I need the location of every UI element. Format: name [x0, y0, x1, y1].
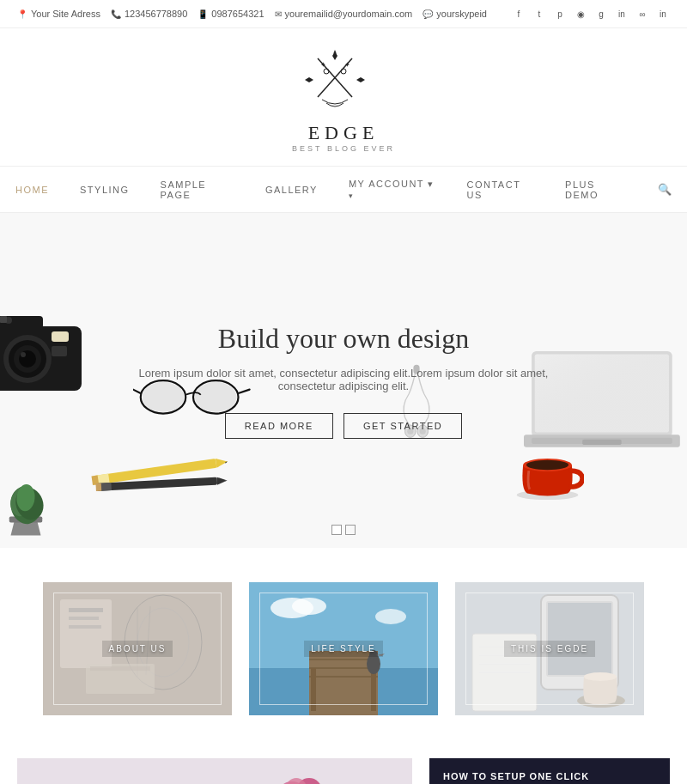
svg-text:✦: ✦ [344, 61, 350, 69]
svg-point-15 [21, 352, 26, 357]
svg-marker-4 [356, 77, 365, 82]
hero-dot-2[interactable] [345, 525, 356, 535]
bottom-section: HOW TO SETUP ONE CLICKDEMO IMPORTER? Ins… [0, 750, 687, 784]
svg-marker-2 [332, 52, 337, 60]
card-overlay-3: THIS IS EGDE [465, 593, 634, 705]
location-icon: 📍 [17, 9, 27, 19]
nav-items: HOME STYLING SAMPLE PAGE GALLERY MY ACCO… [0, 167, 687, 212]
nav-contact-us[interactable]: CONTACT US [452, 167, 550, 212]
svg-point-52 [526, 460, 568, 470]
coffee-decoration [511, 428, 584, 505]
phone-text: 123456778890 [125, 9, 187, 19]
card-label-3: THIS IS EGDE [504, 641, 595, 657]
logo-svg: ✦ ✦ [301, 50, 369, 110]
mobile-icon: 📱 [198, 9, 208, 19]
setup-title: HOW TO SETUP ONE CLICKDEMO IMPORTER? [443, 770, 656, 784]
card-label-2: LIFE STYLE [304, 641, 383, 657]
svg-marker-42 [225, 462, 228, 464]
rss-icon[interactable]: ∞ [635, 7, 649, 21]
logo-emblem: ✦ ✦ [292, 41, 378, 119]
linkedin-icon[interactable]: in [615, 7, 629, 21]
plant-decoration [0, 467, 56, 539]
mobile-item: 📱 0987654321 [198, 9, 264, 19]
blog-preview[interactable] [17, 758, 412, 784]
svg-rect-19 [0, 316, 7, 323]
facebook-icon[interactable]: f [512, 7, 526, 21]
read-more-button[interactable]: READ MORE [225, 413, 333, 439]
skype-text: yourskypeid [436, 9, 487, 19]
skype-icon: 💬 [423, 9, 433, 19]
hero-text: Lorem ipsum dolor sit amet, consectetur … [112, 367, 575, 392]
hero-buttons: READ MORE GET STARTED [112, 413, 575, 439]
address-text: Your Site Adress [31, 9, 100, 19]
svg-rect-16 [52, 331, 69, 342]
hero-dots [331, 525, 356, 535]
svg-rect-88 [17, 758, 412, 784]
twitter-icon[interactable]: t [532, 7, 546, 21]
header: ✦ ✦ EDGE Best Blog Ever [0, 28, 687, 166]
blog-image [17, 758, 412, 784]
svg-point-6 [341, 69, 346, 74]
get-started-button[interactable]: GET STARTED [344, 413, 462, 439]
logo[interactable]: ✦ ✦ EDGE Best Blog Ever [292, 41, 395, 153]
hero-dot-1[interactable] [331, 525, 342, 535]
card-overlay-1: ABOUT US [53, 593, 222, 705]
hero-title: Build your own design [112, 323, 575, 355]
nav-gallery[interactable]: GALLERY [250, 173, 333, 207]
hero-content: Build your own design Lorem ipsum dolor … [112, 323, 575, 439]
card-overlay-2: LIFE STYLE [259, 593, 428, 705]
card-about-us[interactable]: ABOUT US [43, 582, 232, 715]
svg-rect-17 [52, 346, 67, 356]
email-item: ✉ youremailid@yourdomain.com [275, 9, 413, 19]
svg-text:✦: ✦ [320, 61, 326, 69]
pencils-decoration [86, 450, 240, 505]
instagram-icon[interactable]: ◉ [574, 7, 587, 21]
nav-sample-page[interactable]: SAMPLE PAGE [145, 167, 250, 212]
nav-plus-demo[interactable]: PLUS DEMO [550, 167, 642, 212]
top-bar: 📍 Your Site Adress 📞 123456778890 📱 0987… [0, 0, 687, 28]
nav-home[interactable]: HOME [0, 173, 64, 207]
card-label-1: ABOUT US [102, 641, 173, 657]
cards-section: ABOUT US LIFE STY [0, 548, 687, 750]
sidebar: HOW TO SETUP ONE CLICKDEMO IMPORTER? Ins… [429, 758, 670, 784]
linkedin2-icon[interactable]: in [656, 7, 670, 21]
card-lifestyle[interactable]: LIFE STYLE [249, 582, 438, 715]
card-egde[interactable]: THIS IS EGDE [455, 582, 644, 715]
address-item: 📍 Your Site Adress 📞 123456778890 [17, 9, 187, 19]
skype-item: 💬 yourskypeid [423, 9, 487, 19]
logo-title: EDGE [292, 122, 395, 144]
nav-my-account[interactable]: MY ACCOUNT ▾ [333, 167, 452, 212]
navigation: HOME STYLING SAMPLE PAGE GALLERY MY ACCO… [0, 166, 687, 213]
pinterest-icon[interactable]: p [553, 7, 567, 21]
svg-point-5 [324, 69, 329, 74]
nav-styling[interactable]: STYLING [64, 173, 145, 207]
logo-subtitle: Best Blog Ever [292, 144, 395, 153]
camera-decoration [0, 299, 94, 402]
social-icons: f t p ◉ g in ∞ in [512, 7, 670, 21]
svg-rect-34 [582, 440, 621, 445]
setup-box: HOW TO SETUP ONE CLICKDEMO IMPORTER? Ins… [429, 758, 670, 784]
phone-icon: 📞 [111, 9, 121, 19]
svg-marker-3 [305, 77, 313, 82]
hero-section: Build your own design Lorem ipsum dolor … [0, 213, 687, 548]
email-text: youremailid@yourdomain.com [285, 9, 413, 19]
google-icon[interactable]: g [594, 7, 608, 21]
mobile-text: 0987654321 [211, 9, 264, 19]
svg-marker-47 [225, 481, 228, 482]
search-icon[interactable]: 🔍 [642, 171, 687, 209]
email-icon: ✉ [275, 9, 282, 19]
svg-rect-49 [95, 483, 101, 491]
top-bar-contact: 📍 Your Site Adress 📞 123456778890 📱 0987… [17, 9, 487, 19]
